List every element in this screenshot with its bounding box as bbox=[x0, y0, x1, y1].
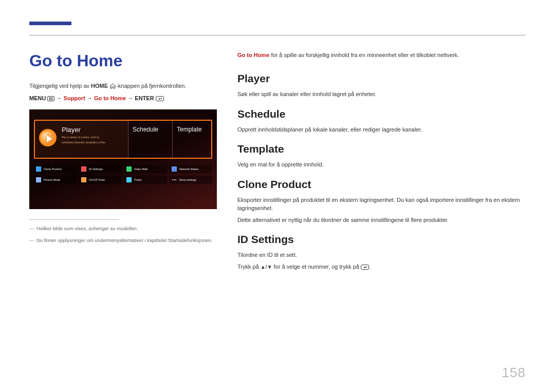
stile-more-settings[interactable]: More settings bbox=[170, 176, 212, 184]
stile-label: More settings bbox=[179, 178, 196, 181]
body-schedule-0: Opprett innholdstidsplaner på lokale kan… bbox=[237, 125, 526, 134]
video-wall-icon bbox=[126, 166, 132, 172]
id-press-mid: for å velge et nummer, og trykk på bbox=[272, 264, 361, 270]
home-screenshot: Player Play a variety of content, such a… bbox=[29, 109, 217, 209]
footnote-divider bbox=[29, 219, 119, 220]
stile-label: On/Off Timer bbox=[89, 178, 105, 181]
svg-rect-4 bbox=[156, 97, 163, 101]
right-column: Go to Home for å spille av forskjellig i… bbox=[237, 51, 526, 361]
id-press-end: . bbox=[369, 264, 371, 270]
top-accent-bar bbox=[29, 22, 71, 25]
intro-line: Tilgjengelig ved hjelp av HOME -knappen … bbox=[29, 83, 217, 90]
intro-home-label: HOME bbox=[91, 83, 108, 89]
page-number: 158 bbox=[502, 365, 526, 381]
more-icon bbox=[172, 177, 177, 182]
lead-rest: for å spille av forskjellig innhold fra … bbox=[269, 52, 459, 58]
up-triangle-icon: ▲ bbox=[261, 264, 266, 270]
network-status-icon bbox=[172, 166, 177, 172]
small-tiles-row-2: Picture Mode On/Off Timer Ticker More se… bbox=[34, 176, 212, 184]
body-id-1: Trykk på ▲/▼ for å velge et nummer, og t… bbox=[237, 263, 526, 272]
stile-label: Network Status bbox=[179, 167, 198, 171]
heading-template: Template bbox=[237, 143, 526, 155]
menu-label: MENU bbox=[29, 95, 46, 101]
onoff-timer-icon bbox=[81, 177, 86, 182]
stile-id-settings[interactable]: ID Settings bbox=[79, 165, 122, 173]
menu-path: MENU → Support → Go to Home → ENTER bbox=[29, 95, 217, 102]
body-player-0: Søk eller spill av kanaler eller innhold… bbox=[237, 90, 526, 99]
down-triangle-icon: ▼ bbox=[267, 264, 272, 270]
heading-player: Player bbox=[237, 72, 526, 85]
stile-label: Video Wall bbox=[134, 167, 147, 171]
id-settings-icon bbox=[81, 166, 86, 172]
picture-mode-icon bbox=[36, 177, 41, 182]
tile-schedule-label: Schedule bbox=[133, 126, 158, 133]
stile-clone-product[interactable]: Clone Product bbox=[34, 165, 77, 173]
ticker-icon bbox=[126, 177, 132, 182]
lead-line: Go to Home for å spille av forskjellig i… bbox=[237, 51, 526, 59]
body-clone-0: Eksporter innstillinger på produktet til… bbox=[237, 196, 526, 213]
play-icon bbox=[39, 129, 57, 146]
enter-key-icon bbox=[361, 264, 369, 272]
enter-key-icon bbox=[156, 96, 164, 102]
footnote-2: Du finner opplysninger om undermenyalter… bbox=[29, 237, 217, 244]
page-title: Go to Home bbox=[29, 51, 217, 70]
page-content: Go to Home Tilgjengelig ved hjelp av HOM… bbox=[29, 51, 526, 361]
tile-player-sub2: scheduled channels, templates or files. bbox=[62, 141, 106, 144]
tile-template-label: Template bbox=[177, 126, 202, 133]
heading-id-settings: ID Settings bbox=[237, 233, 526, 246]
left-column: Go to Home Tilgjengelig ved hjelp av HOM… bbox=[29, 51, 217, 361]
top-divider bbox=[29, 35, 526, 35]
home-icon bbox=[109, 83, 116, 90]
body-id-0: Tilordne en ID til et sett. bbox=[237, 251, 526, 259]
stile-ticker[interactable]: Ticker bbox=[124, 176, 167, 184]
tile-schedule[interactable]: Schedule bbox=[128, 121, 172, 158]
stile-picture-mode[interactable]: Picture Mode bbox=[34, 176, 77, 184]
clone-product-icon bbox=[36, 166, 41, 172]
stile-video-wall[interactable]: Video Wall bbox=[124, 165, 167, 173]
intro-post: -knappen på fjernkontrollen. bbox=[116, 83, 186, 89]
svg-rect-5 bbox=[361, 265, 369, 269]
tile-template[interactable]: Template bbox=[172, 121, 211, 158]
tile-player[interactable]: Player Play a variety of content, such a… bbox=[35, 121, 128, 158]
large-tiles-row: Player Play a variety of content, such a… bbox=[34, 120, 212, 159]
tile-player-sub1: Play a variety of content, such as bbox=[62, 136, 106, 139]
small-tiles-row-1: Clone Product ID Settings Video Wall Net… bbox=[34, 165, 212, 173]
path-support: Support bbox=[64, 95, 85, 101]
intro-pre: Tilgjengelig ved hjelp av bbox=[29, 83, 91, 89]
body-clone-1: Dette alternativet er nyttig når du tilo… bbox=[237, 216, 526, 225]
stile-label: Clone Product bbox=[44, 167, 62, 171]
stile-network-status[interactable]: Network Status bbox=[170, 165, 212, 173]
stile-label: Ticker bbox=[134, 178, 142, 181]
tile-player-label: Player bbox=[62, 126, 106, 134]
footnote-1: Hvilket bilde som vises, avhenger av mod… bbox=[29, 225, 217, 232]
heading-schedule: Schedule bbox=[237, 108, 526, 120]
menu-key-icon bbox=[47, 96, 54, 102]
enter-label: ENTER bbox=[135, 95, 154, 101]
stile-label: Picture Mode bbox=[44, 178, 60, 181]
stile-onoff-timer[interactable]: On/Off Timer bbox=[79, 176, 122, 184]
id-press-pre: Trykk på bbox=[237, 264, 261, 270]
body-template-0: Velg en mal for å opprette innhold. bbox=[237, 160, 526, 169]
lead-bold: Go to Home bbox=[237, 52, 269, 58]
path-gohome: Go to Home bbox=[94, 95, 126, 101]
stile-label: ID Settings bbox=[89, 167, 103, 171]
heading-clone-product: Clone Product bbox=[237, 178, 526, 191]
